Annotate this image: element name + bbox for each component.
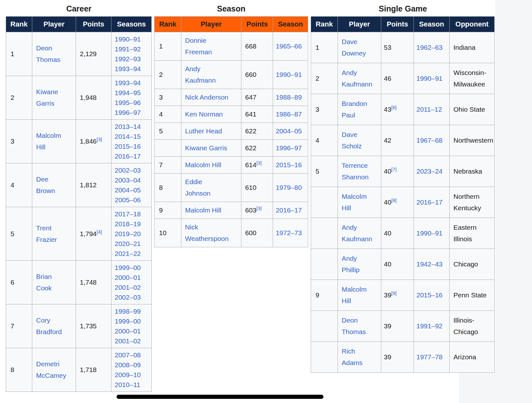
season-link[interactable]: 1962–63 — [416, 44, 443, 51]
footnote-link[interactable]: [3] — [256, 205, 262, 211]
player-link[interactable]: Luther Head — [185, 127, 222, 135]
season-link[interactable]: 1979–80 — [276, 184, 302, 191]
season-link[interactable]: 1999–00 — [115, 316, 150, 326]
season-link[interactable]: 1986–87 — [276, 110, 302, 118]
season-link[interactable]: 1999–00 — [115, 263, 150, 272]
season-link[interactable]: 2017–18 — [115, 209, 150, 219]
player-link[interactable]: Dee Brown — [36, 175, 55, 194]
season-link[interactable]: 2021–22 — [115, 249, 150, 258]
season-link[interactable]: 2019–20 — [115, 229, 150, 239]
player-link[interactable]: Donnie Freeman — [185, 37, 212, 56]
season-link[interactable]: 2016–17 — [416, 198, 443, 206]
season-link[interactable]: 2004–05 — [115, 185, 150, 195]
player-link[interactable]: Andy Phillip — [342, 255, 360, 273]
player-link[interactable]: Deon Thomas — [36, 44, 60, 63]
season-link[interactable]: 1977–78 — [416, 353, 443, 361]
player-link[interactable]: Nick Anderson — [185, 93, 228, 101]
season-link[interactable]: 2008–09 — [115, 360, 150, 370]
season-link[interactable]: 1992–93 — [115, 54, 150, 64]
player-link[interactable]: Ken Norman — [185, 110, 223, 118]
player-link[interactable]: Brandon Paul — [342, 100, 367, 119]
season-cell: 1990–91 — [414, 63, 450, 94]
season-link[interactable]: 1994–95 — [115, 88, 150, 98]
player-link[interactable]: Nick Weatherspoon — [185, 223, 229, 242]
player-link[interactable]: Malcolm Hill — [36, 132, 61, 151]
season-link[interactable]: 2011–12 — [416, 106, 442, 113]
player-link[interactable]: Eddie Johnson — [185, 178, 210, 197]
player-link[interactable]: Andy Kaufmann — [342, 224, 372, 243]
season-link[interactable]: 2000–01 — [115, 272, 150, 282]
player-link[interactable]: Kiwane Garris — [185, 144, 227, 152]
player-link[interactable]: Cory Bradford — [36, 317, 62, 335]
season-link[interactable]: 1995–96 — [115, 98, 150, 108]
career-table-title: Career — [6, 3, 152, 16]
player-link[interactable]: Rich Adams — [342, 347, 362, 366]
season-link[interactable]: 1967–68 — [416, 137, 443, 144]
footnote-link[interactable]: [9] — [391, 290, 397, 296]
footnote-link[interactable]: [3] — [97, 137, 102, 142]
footnote-link[interactable]: [6] — [391, 105, 397, 110]
player-link[interactable]: Dave Downey — [342, 38, 366, 57]
table-row: 3 Brandon Paul 43[6] 2011–12 Ohio State — [311, 94, 495, 125]
player-link[interactable]: Malcolm Hill — [185, 161, 221, 168]
season-link[interactable]: 1972–73 — [276, 229, 302, 236]
player-link[interactable]: Malcolm Hill — [185, 206, 221, 214]
player-link[interactable]: Andy Kaufmann — [185, 65, 216, 84]
season-link[interactable]: 2016–17 — [276, 206, 302, 214]
footnote-link[interactable]: [4] — [97, 229, 102, 235]
season-cell: 1988–89 — [273, 89, 308, 106]
season-link[interactable]: 2020–21 — [115, 239, 150, 249]
footnote-link[interactable]: [7] — [391, 167, 397, 172]
season-link[interactable]: 2001–02 — [115, 336, 150, 346]
season-link[interactable]: 2009–10 — [115, 370, 150, 380]
season-link[interactable]: 2003–04 — [115, 175, 150, 185]
season-link[interactable]: 1942–43 — [416, 260, 443, 268]
season-link[interactable]: 2010–11 — [115, 380, 150, 390]
season-link[interactable]: 2014–15 — [115, 131, 150, 141]
season-link[interactable]: 2015–16 — [115, 141, 150, 151]
season-link[interactable]: 2002–03 — [115, 165, 150, 175]
rank-cell: 10 — [155, 219, 181, 247]
player-link[interactable]: Terrence Shannon — [342, 162, 369, 181]
season-link[interactable]: 2007–08 — [115, 350, 150, 360]
rank-cell: 4 — [311, 125, 338, 156]
season-link[interactable]: 2013–14 — [115, 122, 150, 131]
season-link[interactable]: 1988–89 — [276, 93, 302, 101]
points-value: 668 — [245, 42, 256, 50]
season-link[interactable]: 1991–92 — [115, 44, 150, 54]
player-link[interactable]: Dave Scholz — [342, 131, 362, 150]
season-link[interactable]: 2018–19 — [115, 219, 150, 229]
season-link[interactable]: 1993–94 — [115, 64, 150, 74]
footnote-link[interactable]: [8] — [391, 198, 397, 203]
season-link[interactable]: 2004–05 — [276, 127, 302, 135]
season-link[interactable]: 1993–94 — [115, 78, 150, 88]
player-link[interactable]: Andy Kaufmann — [342, 69, 372, 88]
season-link[interactable]: 2001–02 — [115, 282, 150, 292]
season-link[interactable]: 2016–17 — [115, 151, 150, 161]
season-link[interactable]: 2005–06 — [115, 195, 150, 205]
player-link[interactable]: Kiwane Garris — [36, 88, 58, 107]
player-link[interactable]: Malcolm Hill — [342, 286, 367, 304]
season-link[interactable]: 1990–91 — [276, 71, 302, 78]
season-link[interactable]: 1996–97 — [276, 144, 302, 152]
player-link[interactable]: Trent Frazier — [36, 224, 57, 243]
season-cell: 1990–91 — [414, 218, 450, 249]
season-link[interactable]: 1998–99 — [115, 306, 150, 316]
points-cell: 39 — [381, 342, 414, 373]
season-link[interactable]: 2002–03 — [115, 292, 150, 302]
player-link[interactable]: Demetri McCamey — [36, 360, 66, 379]
player-link[interactable]: Brian Cook — [36, 273, 52, 292]
season-link[interactable]: 1990–91 — [416, 75, 443, 82]
season-link[interactable]: 2023–24 — [416, 168, 443, 175]
season-link[interactable]: 2015–16 — [276, 161, 302, 168]
season-link[interactable]: 1965–66 — [276, 42, 302, 50]
season-link[interactable]: 1990–91 — [416, 229, 443, 237]
season-link[interactable]: 2000–01 — [115, 326, 150, 336]
season-link[interactable]: 1990–91 — [115, 34, 150, 44]
season-link[interactable]: 1996–97 — [115, 108, 150, 117]
season-link[interactable]: 1991–92 — [416, 322, 443, 330]
footnote-link[interactable]: [3] — [256, 160, 262, 166]
player-link[interactable]: Malcolm Hill — [342, 193, 367, 212]
season-link[interactable]: 2015–16 — [416, 291, 443, 299]
player-link[interactable]: Deon Thomas — [342, 317, 366, 335]
